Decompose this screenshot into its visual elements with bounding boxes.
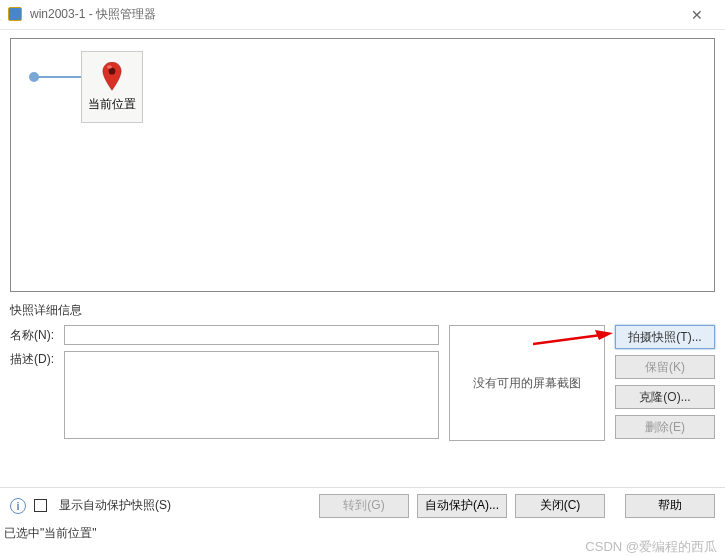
map-pin-icon: [102, 62, 122, 92]
current-position-node[interactable]: 当前位置: [81, 51, 143, 123]
status-text: 已选中"当前位置": [4, 525, 97, 542]
window-title: win2003-1 - 快照管理器: [30, 6, 156, 23]
name-label: 名称(N):: [10, 327, 64, 344]
detail-section-title: 快照详细信息: [10, 302, 715, 319]
show-autoprotect-checkbox[interactable]: [34, 499, 47, 512]
close-icon[interactable]: ✕: [677, 1, 717, 29]
node-label: 当前位置: [88, 96, 136, 113]
keep-button: 保留(K): [615, 355, 715, 379]
annotation-arrow-icon: [533, 330, 613, 348]
tree-connector: [33, 76, 81, 78]
titlebar: win2003-1 - 快照管理器 ✕: [0, 0, 725, 30]
detail-section: 快照详细信息 名称(N): 描述(D): 没有可用的屏幕截图 拍摄快照(T)..…: [10, 296, 715, 445]
close-button[interactable]: 关闭(C): [515, 494, 605, 518]
info-icon[interactable]: i: [10, 498, 26, 514]
description-input[interactable]: [64, 351, 439, 439]
delete-button: 删除(E): [615, 415, 715, 439]
show-autoprotect-label: 显示自动保护快照(S): [59, 497, 171, 514]
bottom-toolbar: i 显示自动保护快照(S) 转到(G) 自动保护(A)... 关闭(C) 帮助: [0, 487, 725, 523]
take-snapshot-button[interactable]: 拍摄快照(T)...: [615, 325, 715, 349]
snapshot-tree[interactable]: 当前位置: [10, 38, 715, 292]
help-button[interactable]: 帮助: [625, 494, 715, 518]
clone-button[interactable]: 克隆(O)...: [615, 385, 715, 409]
preview-placeholder: 没有可用的屏幕截图: [473, 375, 581, 392]
name-input[interactable]: [64, 325, 439, 345]
svg-line-2: [533, 335, 601, 344]
svg-point-0: [109, 67, 116, 74]
watermark-text: CSDN @爱编程的西瓜: [585, 538, 717, 556]
autoprotect-button[interactable]: 自动保护(A)...: [417, 494, 507, 518]
description-label: 描述(D):: [10, 351, 64, 368]
goto-button: 转到(G): [319, 494, 409, 518]
svg-point-1: [107, 65, 112, 68]
app-icon: [8, 7, 24, 23]
svg-marker-3: [595, 330, 613, 340]
